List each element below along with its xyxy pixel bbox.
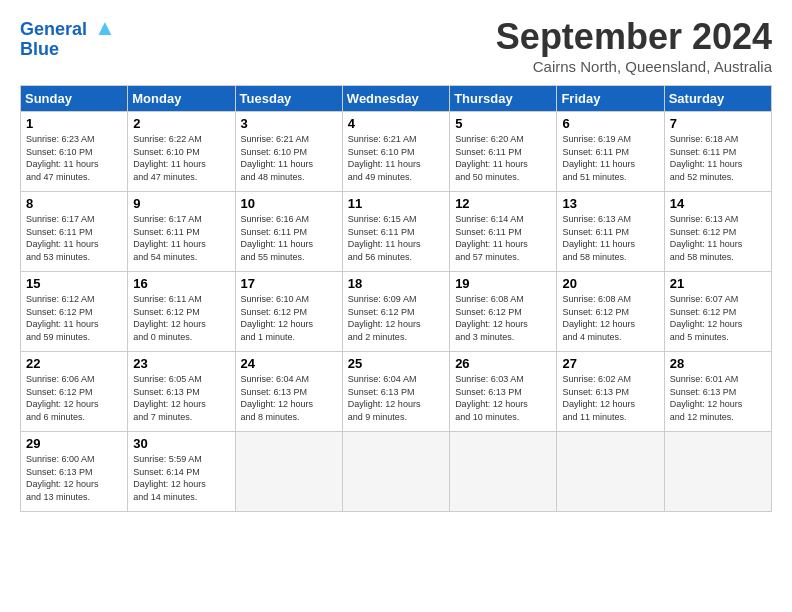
day-number: 20 xyxy=(562,276,658,291)
day-number: 11 xyxy=(348,196,444,211)
logo-blue: Blue xyxy=(20,39,59,59)
day-info: Sunrise: 6:01 AM Sunset: 6:13 PM Dayligh… xyxy=(670,373,766,423)
day-number: 27 xyxy=(562,356,658,371)
day-cell: 20Sunrise: 6:08 AM Sunset: 6:12 PM Dayli… xyxy=(557,272,664,352)
day-cell: 30Sunrise: 5:59 AM Sunset: 6:14 PM Dayli… xyxy=(128,432,235,512)
day-cell: 2Sunrise: 6:22 AM Sunset: 6:10 PM Daylig… xyxy=(128,112,235,192)
day-cell: 28Sunrise: 6:01 AM Sunset: 6:13 PM Dayli… xyxy=(664,352,771,432)
day-info: Sunrise: 6:08 AM Sunset: 6:12 PM Dayligh… xyxy=(455,293,551,343)
day-info: Sunrise: 6:17 AM Sunset: 6:11 PM Dayligh… xyxy=(133,213,229,263)
day-info: Sunrise: 6:04 AM Sunset: 6:13 PM Dayligh… xyxy=(241,373,337,423)
logo-general: General xyxy=(20,19,87,39)
day-cell xyxy=(342,432,449,512)
day-info: Sunrise: 6:11 AM Sunset: 6:12 PM Dayligh… xyxy=(133,293,229,343)
header: General ▲ Blue September 2024 Cairns Nor… xyxy=(20,16,772,75)
day-info: Sunrise: 6:16 AM Sunset: 6:11 PM Dayligh… xyxy=(241,213,337,263)
day-number: 8 xyxy=(26,196,122,211)
day-info: Sunrise: 6:18 AM Sunset: 6:11 PM Dayligh… xyxy=(670,133,766,183)
day-number: 18 xyxy=(348,276,444,291)
day-number: 26 xyxy=(455,356,551,371)
day-info: Sunrise: 6:19 AM Sunset: 6:11 PM Dayligh… xyxy=(562,133,658,183)
day-info: Sunrise: 6:06 AM Sunset: 6:12 PM Dayligh… xyxy=(26,373,122,423)
header-row: SundayMondayTuesdayWednesdayThursdayFrid… xyxy=(21,86,772,112)
day-info: Sunrise: 6:04 AM Sunset: 6:13 PM Dayligh… xyxy=(348,373,444,423)
col-header-saturday: Saturday xyxy=(664,86,771,112)
day-number: 28 xyxy=(670,356,766,371)
week-row-1: 8Sunrise: 6:17 AM Sunset: 6:11 PM Daylig… xyxy=(21,192,772,272)
day-cell: 24Sunrise: 6:04 AM Sunset: 6:13 PM Dayli… xyxy=(235,352,342,432)
col-header-friday: Friday xyxy=(557,86,664,112)
day-info: Sunrise: 6:14 AM Sunset: 6:11 PM Dayligh… xyxy=(455,213,551,263)
day-info: Sunrise: 6:08 AM Sunset: 6:12 PM Dayligh… xyxy=(562,293,658,343)
day-number: 3 xyxy=(241,116,337,131)
day-number: 12 xyxy=(455,196,551,211)
day-info: Sunrise: 6:10 AM Sunset: 6:12 PM Dayligh… xyxy=(241,293,337,343)
day-cell: 15Sunrise: 6:12 AM Sunset: 6:12 PM Dayli… xyxy=(21,272,128,352)
day-cell: 1Sunrise: 6:23 AM Sunset: 6:10 PM Daylig… xyxy=(21,112,128,192)
day-cell: 8Sunrise: 6:17 AM Sunset: 6:11 PM Daylig… xyxy=(21,192,128,272)
day-number: 14 xyxy=(670,196,766,211)
calendar-table: SundayMondayTuesdayWednesdayThursdayFrid… xyxy=(20,85,772,512)
day-info: Sunrise: 6:20 AM Sunset: 6:11 PM Dayligh… xyxy=(455,133,551,183)
day-number: 5 xyxy=(455,116,551,131)
day-info: Sunrise: 6:02 AM Sunset: 6:13 PM Dayligh… xyxy=(562,373,658,423)
day-cell xyxy=(450,432,557,512)
day-cell: 16Sunrise: 6:11 AM Sunset: 6:12 PM Dayli… xyxy=(128,272,235,352)
day-cell xyxy=(664,432,771,512)
day-number: 23 xyxy=(133,356,229,371)
day-info: Sunrise: 6:03 AM Sunset: 6:13 PM Dayligh… xyxy=(455,373,551,423)
logo-bird: ▲ xyxy=(94,15,116,40)
logo: General ▲ Blue xyxy=(20,16,116,60)
day-cell: 9Sunrise: 6:17 AM Sunset: 6:11 PM Daylig… xyxy=(128,192,235,272)
day-info: Sunrise: 6:21 AM Sunset: 6:10 PM Dayligh… xyxy=(241,133,337,183)
day-cell: 26Sunrise: 6:03 AM Sunset: 6:13 PM Dayli… xyxy=(450,352,557,432)
day-cell: 21Sunrise: 6:07 AM Sunset: 6:12 PM Dayli… xyxy=(664,272,771,352)
col-header-monday: Monday xyxy=(128,86,235,112)
day-number: 7 xyxy=(670,116,766,131)
col-header-sunday: Sunday xyxy=(21,86,128,112)
day-cell: 14Sunrise: 6:13 AM Sunset: 6:12 PM Dayli… xyxy=(664,192,771,272)
day-cell: 13Sunrise: 6:13 AM Sunset: 6:11 PM Dayli… xyxy=(557,192,664,272)
day-number: 17 xyxy=(241,276,337,291)
day-cell: 25Sunrise: 6:04 AM Sunset: 6:13 PM Dayli… xyxy=(342,352,449,432)
day-number: 9 xyxy=(133,196,229,211)
day-number: 6 xyxy=(562,116,658,131)
week-row-4: 29Sunrise: 6:00 AM Sunset: 6:13 PM Dayli… xyxy=(21,432,772,512)
week-row-3: 22Sunrise: 6:06 AM Sunset: 6:12 PM Dayli… xyxy=(21,352,772,432)
title-block: September 2024 Cairns North, Queensland,… xyxy=(496,16,772,75)
day-number: 29 xyxy=(26,436,122,451)
day-info: Sunrise: 6:21 AM Sunset: 6:10 PM Dayligh… xyxy=(348,133,444,183)
day-number: 2 xyxy=(133,116,229,131)
day-number: 13 xyxy=(562,196,658,211)
day-number: 10 xyxy=(241,196,337,211)
day-cell: 19Sunrise: 6:08 AM Sunset: 6:12 PM Dayli… xyxy=(450,272,557,352)
day-number: 19 xyxy=(455,276,551,291)
location-title: Cairns North, Queensland, Australia xyxy=(496,58,772,75)
day-number: 16 xyxy=(133,276,229,291)
day-cell: 22Sunrise: 6:06 AM Sunset: 6:12 PM Dayli… xyxy=(21,352,128,432)
day-info: Sunrise: 6:22 AM Sunset: 6:10 PM Dayligh… xyxy=(133,133,229,183)
page: General ▲ Blue September 2024 Cairns Nor… xyxy=(0,0,792,522)
day-cell: 12Sunrise: 6:14 AM Sunset: 6:11 PM Dayli… xyxy=(450,192,557,272)
week-row-0: 1Sunrise: 6:23 AM Sunset: 6:10 PM Daylig… xyxy=(21,112,772,192)
day-info: Sunrise: 6:00 AM Sunset: 6:13 PM Dayligh… xyxy=(26,453,122,503)
day-cell: 4Sunrise: 6:21 AM Sunset: 6:10 PM Daylig… xyxy=(342,112,449,192)
day-cell: 10Sunrise: 6:16 AM Sunset: 6:11 PM Dayli… xyxy=(235,192,342,272)
day-info: Sunrise: 6:09 AM Sunset: 6:12 PM Dayligh… xyxy=(348,293,444,343)
month-title: September 2024 xyxy=(496,16,772,58)
day-cell: 27Sunrise: 6:02 AM Sunset: 6:13 PM Dayli… xyxy=(557,352,664,432)
day-number: 25 xyxy=(348,356,444,371)
day-number: 21 xyxy=(670,276,766,291)
day-cell: 23Sunrise: 6:05 AM Sunset: 6:13 PM Dayli… xyxy=(128,352,235,432)
day-cell: 3Sunrise: 6:21 AM Sunset: 6:10 PM Daylig… xyxy=(235,112,342,192)
day-info: Sunrise: 6:15 AM Sunset: 6:11 PM Dayligh… xyxy=(348,213,444,263)
day-number: 24 xyxy=(241,356,337,371)
week-row-2: 15Sunrise: 6:12 AM Sunset: 6:12 PM Dayli… xyxy=(21,272,772,352)
day-cell: 7Sunrise: 6:18 AM Sunset: 6:11 PM Daylig… xyxy=(664,112,771,192)
day-info: Sunrise: 6:12 AM Sunset: 6:12 PM Dayligh… xyxy=(26,293,122,343)
day-number: 4 xyxy=(348,116,444,131)
day-cell: 11Sunrise: 6:15 AM Sunset: 6:11 PM Dayli… xyxy=(342,192,449,272)
day-cell xyxy=(557,432,664,512)
day-cell: 6Sunrise: 6:19 AM Sunset: 6:11 PM Daylig… xyxy=(557,112,664,192)
day-info: Sunrise: 6:13 AM Sunset: 6:11 PM Dayligh… xyxy=(562,213,658,263)
